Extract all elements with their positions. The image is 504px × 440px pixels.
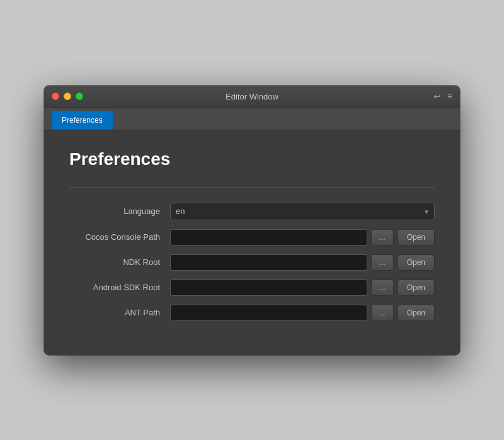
ant-path-browse-button[interactable]: ... [371,305,394,321]
cocos-console-path-control: ... Open [170,229,435,245]
minimize-button[interactable] [64,93,71,100]
title-bar-actions: ↩ ≡ [433,91,452,101]
cocos-console-path-input[interactable] [170,229,367,245]
ndk-root-input[interactable] [170,254,367,271]
ant-path-row: ANT Path ... Open [69,305,435,321]
cocos-console-path-row: Cocos Console Path ... Open [69,229,435,245]
main-window: Editor Window ↩ ≡ Preferences Preference… [44,86,460,355]
android-sdk-root-row: Android SDK Root ... Open [69,279,435,296]
language-select-wrapper: en zh ja fr de es ▼ [170,203,435,220]
close-button[interactable] [52,93,59,100]
android-sdk-root-label: Android SDK Root [69,283,170,292]
ndk-root-label: NDK Root [69,257,170,267]
toolbar: Preferences [44,108,460,130]
title-bar: Editor Window ↩ ≡ [44,86,460,108]
ant-path-control: ... Open [170,305,435,321]
page-title: Preferences [69,149,435,169]
maximize-button[interactable] [76,93,83,100]
preferences-tab[interactable]: Preferences [52,111,113,130]
divider [69,187,435,188]
android-sdk-root-browse-button[interactable]: ... [371,279,394,296]
content-area: Preferences Language en zh ja fr de es ▼ [44,130,460,355]
language-select[interactable]: en zh ja fr de es [170,203,435,220]
android-sdk-root-control: ... Open [170,279,435,296]
ndk-root-browse-button[interactable]: ... [371,254,394,271]
cocos-console-path-open-button[interactable]: Open [398,229,435,245]
ant-path-input[interactable] [170,305,367,321]
ant-path-label: ANT Path [69,308,170,317]
back-icon[interactable]: ↩ [433,91,441,101]
language-label: Language [69,206,170,216]
ndk-root-control: ... Open [170,254,435,271]
menu-icon[interactable]: ≡ [447,91,452,101]
ndk-root-open-button[interactable]: Open [398,254,435,271]
cocos-console-path-browse-button[interactable]: ... [371,229,394,245]
ant-path-open-button[interactable]: Open [398,305,435,321]
ndk-root-row: NDK Root ... Open [69,254,435,271]
android-sdk-root-open-button[interactable]: Open [398,279,435,296]
language-row: Language en zh ja fr de es ▼ [69,203,435,220]
window-title: Editor Window [226,92,278,101]
traffic-lights [52,93,83,100]
language-control: en zh ja fr de es ▼ [170,203,435,220]
cocos-console-path-label: Cocos Console Path [69,232,170,242]
android-sdk-root-input[interactable] [170,279,367,296]
